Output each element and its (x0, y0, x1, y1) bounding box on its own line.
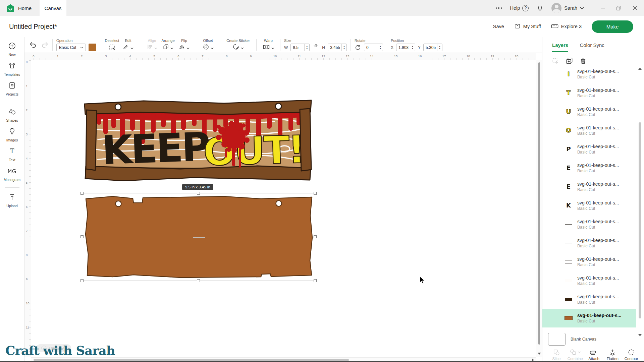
undo-button[interactable] (29, 42, 37, 48)
new-icon (8, 42, 16, 51)
resize-handle-bottom-left[interactable] (80, 279, 84, 282)
rotate-field[interactable]: 0 ▲▼ (364, 44, 383, 51)
sidebar-item-text[interactable]: TText (0, 147, 24, 162)
tab-home[interactable]: Home (0, 0, 40, 16)
layer-row[interactable]: Esvg-01-keep-out-s...Basic Cut (542, 159, 636, 177)
sidebar-item-upload[interactable]: Upload (0, 193, 24, 208)
layer-row[interactable]: Ksvg-01-keep-out-s...Basic Cut (542, 196, 636, 215)
layer-thumbnail (564, 298, 573, 301)
rotate-icon[interactable] (355, 44, 361, 51)
canvas-vertical-scrollbar[interactable] (536, 60, 542, 357)
position-x-field[interactable]: 1.903 ▲▼ (396, 44, 415, 51)
height-axis-label: H (322, 45, 325, 50)
make-button[interactable]: Make (592, 20, 633, 33)
sidebar-divider (5, 102, 19, 102)
sidebar-item-projects[interactable]: Projects (0, 81, 24, 96)
sidebar-item-shapes[interactable]: Shapes (0, 108, 24, 122)
redo-button[interactable] (41, 42, 49, 48)
align-button[interactable]: Align (144, 39, 160, 51)
sidebar-item-images[interactable]: Images (0, 127, 24, 142)
operation-color-swatch[interactable] (89, 44, 96, 51)
user-menu[interactable]: Sarah (551, 3, 584, 13)
deselect-button[interactable]: Deselect (104, 39, 120, 51)
sidebar-divider (5, 187, 19, 188)
resize-handle-middle-right[interactable] (314, 235, 317, 238)
layer-row[interactable]: Psvg-01-keep-out-s...Basic Cut (542, 140, 636, 159)
ruler-h-number: 16 (418, 54, 422, 58)
attach-button[interactable]: Attach (585, 348, 603, 361)
layer-row[interactable]: svg-01-keep-out-s...Basic Cut (542, 215, 636, 234)
operation-select[interactable]: Basic Cut (56, 44, 86, 51)
resize-handle-top-left[interactable] (80, 192, 84, 195)
warp-button[interactable]: Warp (260, 39, 276, 51)
edit-button[interactable]: Edit (120, 39, 136, 51)
blank-canvas-swatch[interactable] (548, 333, 566, 346)
layer-row[interactable]: Isvg-01-keep-out-s...Basic Cut (542, 67, 636, 83)
tab-layers[interactable]: Layers (552, 42, 568, 52)
layer-row[interactable]: svg-01-keep-out-s...Basic Cut (542, 234, 636, 252)
contour-button[interactable]: Contour (622, 348, 641, 361)
layers-scrollbar[interactable] (638, 67, 642, 330)
position-y-field[interactable]: 5.305 ▲▼ (423, 44, 442, 51)
arrange-button[interactable]: Arrange (160, 39, 176, 51)
selection-bounding-box[interactable] (82, 193, 315, 281)
flatten-button[interactable]: Flatten (603, 348, 622, 361)
blank-canvas-row[interactable]: Blank Canvas (542, 331, 644, 347)
sidebar-item-new[interactable]: New (0, 42, 24, 57)
resize-handle-bottom-middle[interactable] (197, 279, 200, 282)
save-button[interactable]: Save (493, 24, 504, 29)
layer-title: svg-01-keep-out-s... (577, 275, 619, 281)
sidebar-item-templates[interactable]: Templates (0, 62, 24, 76)
pencil-icon (123, 44, 129, 51)
layer-row[interactable]: Esvg-01-keep-out-s...Basic Cut (542, 177, 636, 196)
design-canvas[interactable]: KEEP OUT! 9.5 in x 3.45 in (31, 60, 536, 357)
height-field[interactable]: 3.455 ▲▼ (328, 44, 347, 51)
tab-color-sync[interactable]: Color Sync (580, 42, 604, 52)
layer-row[interactable]: svg-01-keep-out-s...Basic Cut (542, 271, 636, 290)
window-restore-button[interactable] (616, 6, 621, 10)
width-field[interactable]: 9.5 ▲▼ (290, 44, 310, 51)
duplicate-layer-icon[interactable] (566, 57, 573, 65)
sidebar-item-monogram[interactable]: Monogram (0, 167, 24, 182)
resize-handle-top-right[interactable] (314, 192, 317, 195)
keep-out-sign-artwork[interactable]: KEEP OUT! (83, 99, 313, 182)
layer-row[interactable]: Tsvg-01-keep-out-s...Basic Cut (542, 83, 636, 102)
rotate-stepper[interactable]: ▲▼ (378, 44, 383, 51)
flip-button[interactable]: Flip (176, 39, 192, 51)
brown-plank-artwork[interactable] (83, 195, 314, 279)
help-button[interactable]: Help ? (510, 5, 529, 11)
layer-row[interactable]: svg-01-keep-out-s...Basic Cut (542, 290, 636, 309)
scroll-down-arrow-icon[interactable] (538, 353, 541, 355)
delete-layer-icon[interactable] (580, 57, 587, 65)
more-menu-ellipsis-icon[interactable] (496, 7, 502, 9)
create-sticker-button[interactable]: Create Sticker (224, 39, 253, 51)
window-minimize-button[interactable] (601, 8, 605, 8)
layer-row[interactable]: Osvg-01-keep-out-s...Basic Cut (542, 121, 636, 140)
slice-button[interactable]: Slice (547, 348, 566, 361)
layer-row[interactable]: svg-01-keep-out-s...Basic Cut (542, 252, 636, 271)
vertical-scroll-thumb[interactable] (538, 62, 540, 345)
layer-operation: Basic Cut (577, 112, 619, 117)
combine-button[interactable]: Combine (566, 348, 585, 361)
notifications-bell-icon[interactable] (537, 5, 543, 12)
aspect-lock-icon[interactable] (313, 41, 319, 48)
position-x-stepper[interactable]: ▲▼ (410, 44, 415, 51)
horizontal-scroll-thumb[interactable] (34, 359, 349, 361)
explore-machine-button[interactable]: Explore 3 (551, 23, 582, 30)
height-stepper[interactable]: ▲▼ (341, 44, 346, 51)
my-stuff-button[interactable]: My Stuff (514, 23, 541, 30)
resize-handle-bottom-right[interactable] (314, 279, 317, 282)
layer-row[interactable]: Usvg-01-keep-out-s...Basic Cut (542, 102, 636, 121)
layer-row[interactable]: svg-01-keep-out-s...Basic Cut (542, 309, 636, 327)
group-select-icon[interactable] (552, 57, 559, 65)
resize-handle-top-middle[interactable] (197, 192, 200, 195)
width-stepper[interactable]: ▲▼ (304, 44, 309, 51)
resize-handle-middle-left[interactable] (80, 235, 84, 238)
position-y-stepper[interactable]: ▲▼ (437, 44, 442, 51)
window-close-button[interactable] (633, 6, 637, 10)
layers-scroll-thumb[interactable] (639, 122, 641, 318)
projects-icon (8, 81, 16, 91)
tab-canvas[interactable]: Canvas (40, 0, 66, 16)
layers-scroll-up-icon[interactable] (638, 68, 642, 70)
offset-button[interactable]: Offset (200, 39, 216, 51)
